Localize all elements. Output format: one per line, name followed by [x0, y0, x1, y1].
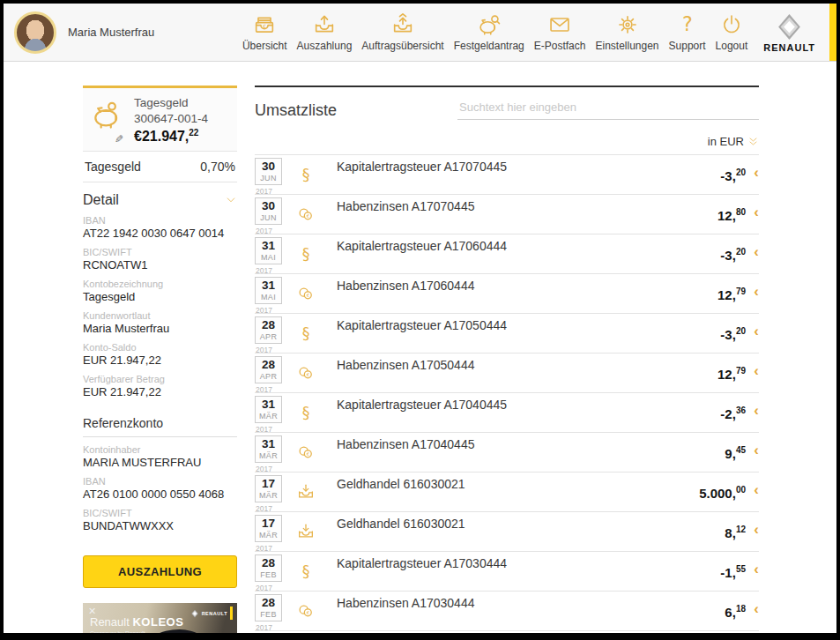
top-bar: Maria Musterfrau Übersicht Auszahlung Au… [4, 4, 836, 62]
nav-item-label: Auftragsübersicht [361, 40, 443, 52]
transaction-amount: -2,36 [720, 406, 746, 432]
reference-account-title: Referenzkonto [83, 416, 237, 437]
ad-brand-block: RENAULT [190, 607, 233, 620]
row-chevron-left-icon[interactable]: ‹ [746, 522, 759, 551]
row-chevron-left-icon[interactable]: ‹ [746, 443, 759, 472]
chevron-down-icon [225, 194, 237, 206]
row-chevron-left-icon[interactable]: ‹ [746, 165, 759, 194]
transaction-row[interactable]: 28 FEB 2017 Habenzinsen A17030444 6,18 ‹ [255, 592, 759, 631]
reference-field: BIC/SWIFT BUNDATWWXXX [83, 508, 237, 532]
nav-item-label: Auszahlung [297, 40, 353, 52]
transaction-description: Habenzinsen A17040445 [337, 437, 725, 472]
transaction-description: Kapitalertragsteuer A17060444 [337, 239, 720, 273]
transaction-description: Kapitalertragsteuer A17030444 [337, 556, 720, 591]
envelope-icon [547, 12, 572, 37]
transaction-description: Kapitalertragsteuer A17070445 [337, 160, 720, 194]
transaction-row[interactable]: 28 APR 2017 Habenzinsen A17050444 12,79 … [255, 353, 759, 393]
transaction-row[interactable]: 31 MAI 2017 Habenzinsen A17060444 12,79 … [255, 274, 759, 314]
field-value: AT26 0100 0000 0550 4068 [83, 487, 237, 501]
reference-field: IBAN AT26 0100 0000 0550 4068 [83, 476, 237, 501]
row-chevron-left-icon[interactable]: ‹ [746, 284, 759, 313]
transaction-row[interactable]: 31 MAI 2017 Kapitalertragsteuer A1706044… [255, 234, 759, 274]
transaction-row[interactable]: 30 JUN 2017 Habenzinsen A17070445 12,80 … [255, 195, 759, 234]
paragraph-icon [296, 244, 316, 264]
rate-label: Tagesgeld [85, 160, 141, 174]
detail-title: Detail [83, 192, 119, 208]
nav-item[interactable]: Übersicht [241, 12, 289, 52]
renault-diamond-icon [190, 609, 199, 618]
account-sidebar: ✎ Tagesgeld 300647-001-4 €21.947,22 Tage… [83, 86, 237, 633]
user-avatar[interactable] [14, 11, 56, 54]
transaction-amount: 12,79 [717, 366, 746, 392]
date-badge: 31 MAI [255, 237, 282, 264]
transaction-row[interactable]: 17 MÄR 2017 Geldhandel 616030021 8,12 ‹ [255, 512, 759, 552]
coins-icon [296, 363, 316, 383]
currency-sort-control[interactable]: in EUR [255, 135, 759, 148]
transaction-description: Kapitalertragsteuer A17050444 [337, 318, 720, 353]
transaction-row[interactable]: 28 FEB 2017 Kapitalertragsteuer A1703044… [255, 552, 759, 592]
double-chevron-down-icon [747, 136, 759, 147]
date-badge: 30 JUN [255, 197, 282, 225]
transaction-row[interactable]: 30 JUN 2017 Kapitalertragsteuer A1707044… [255, 155, 759, 195]
transaction-description: Geldhandel 616030021 [337, 477, 699, 511]
detail-field: Verfügbarer Betrag EUR 21.947,22 [83, 374, 237, 398]
transaction-row[interactable]: 17 MÄR 2017 Geldhandel 616030021 5.000,0… [255, 473, 759, 512]
question-mark-icon [675, 12, 700, 37]
koleos-ad-banner[interactable]: ✕ Renault KOLEOS Crossover by Renault RE… [83, 603, 237, 633]
paragraph-icon [296, 165, 316, 184]
interest-rate-row: Tagesgeld 0,70% [83, 152, 237, 182]
ad-subtitle: Crossover by Renault [90, 630, 145, 633]
transaction-description: Habenzinsen A17070445 [337, 199, 717, 234]
transaction-description: Habenzinsen A17060444 [337, 279, 717, 313]
transaction-date: 30 JUN 2017 [255, 195, 288, 234]
coins-icon [296, 205, 316, 224]
detail-field: Kontobezeichnung Tagesgeld [83, 279, 237, 303]
piggy-search-icon [477, 12, 502, 37]
nav-item[interactable]: Auszahlung [295, 12, 354, 52]
transaction-amount: -3,20 [720, 167, 746, 194]
nav-item-label: E-Postfach [534, 40, 586, 52]
rate-value: 0,70% [200, 160, 235, 174]
transaction-date: 28 FEB 2017 [255, 552, 288, 591]
detail-section-toggle[interactable]: Detail [83, 192, 237, 208]
nav-item[interactable]: E-Postfach [532, 12, 588, 52]
nav-item[interactable]: Support [667, 12, 708, 52]
row-chevron-left-icon[interactable]: ‹ [746, 403, 759, 432]
transaction-row[interactable]: 28 APR 2017 Kapitalertragsteuer A1705044… [255, 314, 759, 353]
detail-field: IBAN AT22 1942 0030 0647 0014 [83, 215, 237, 240]
row-chevron-left-icon[interactable]: ‹ [746, 244, 759, 273]
account-product: Tagesgeld [134, 95, 208, 111]
row-chevron-left-icon[interactable]: ‹ [746, 205, 759, 234]
nav-item[interactable]: Logout [714, 12, 750, 52]
row-chevron-left-icon[interactable]: ‹ [746, 601, 759, 630]
brand-name: RENAULT [763, 42, 815, 53]
nav-item[interactable]: Festgeldantrag [452, 12, 526, 52]
transaction-date: 17 MÄR 2017 [255, 473, 288, 511]
search-input[interactable] [457, 99, 759, 120]
nav-item[interactable]: Einstellungen [593, 12, 660, 52]
transaction-row[interactable]: 31 MÄR 2017 Kapitalertragsteuer A1704044… [255, 393, 759, 433]
transaction-amount: 12,80 [717, 207, 746, 234]
account-card[interactable]: ✎ Tagesgeld 300647-001-4 €21.947,22 [83, 86, 237, 152]
transaction-date: 31 MAI 2017 [255, 274, 288, 313]
date-badge: 28 FEB [255, 554, 282, 582]
row-chevron-left-icon[interactable]: ‹ [746, 482, 759, 511]
transaction-amount: 8,12 [725, 525, 746, 551]
date-badge: 31 MÄR [255, 396, 282, 423]
account-balance: €21.947,22 [134, 127, 208, 146]
row-chevron-left-icon[interactable]: ‹ [746, 324, 759, 353]
nav-item[interactable]: Auftragsübersicht [360, 12, 445, 52]
transaction-date: 28 APR 2017 [255, 314, 288, 353]
reference-field: Kontoinhaber MARIA MUSTERFRAU [83, 444, 237, 469]
ad-brand-name: RENAULT [202, 611, 227, 616]
transaction-amount: 5.000,00 [699, 485, 746, 511]
row-chevron-left-icon[interactable]: ‹ [746, 363, 759, 392]
transaction-row[interactable]: 31 MÄR 2017 Habenzinsen A17040445 9,45 ‹ [255, 433, 759, 473]
date-badge: 17 MÄR [255, 475, 282, 502]
edit-pencil-icon[interactable]: ✎ [115, 133, 123, 145]
row-chevron-left-icon[interactable]: ‹ [746, 562, 759, 591]
detail-field: Konto-Saldo EUR 21.947,22 [83, 342, 237, 367]
payout-button[interactable]: AUSZAHLUNG [83, 555, 237, 588]
transaction-description: Habenzinsen A17050444 [337, 358, 717, 392]
field-value: RCNOATW1 [83, 258, 237, 272]
